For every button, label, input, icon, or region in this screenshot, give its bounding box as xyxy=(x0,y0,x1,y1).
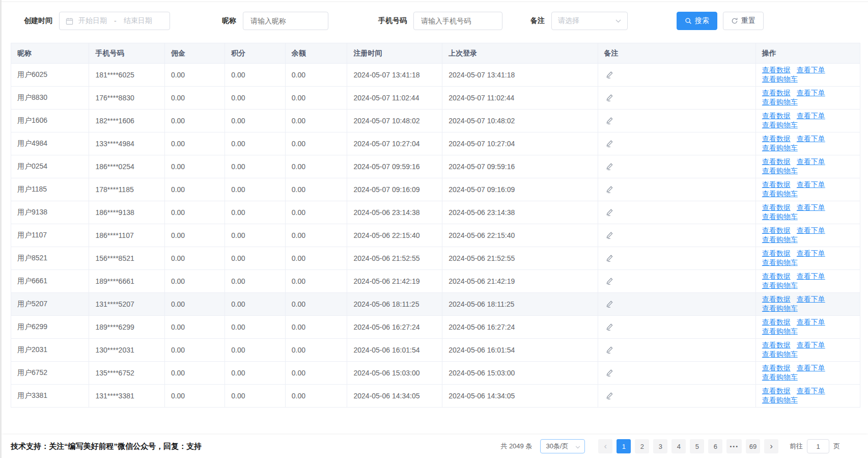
edit-remark-icon[interactable] xyxy=(604,70,614,80)
phone-cell: 186****9138 xyxy=(89,201,164,224)
action-link-view-orders[interactable]: 查看下单 xyxy=(797,341,825,349)
action-link-view-cart[interactable]: 查看购物车 xyxy=(762,281,798,289)
table-row: 用户3381131****33810.000.000.002024-05-06 … xyxy=(11,385,860,408)
edit-remark-icon[interactable] xyxy=(604,184,614,195)
action-link-view-data[interactable]: 查看数据 xyxy=(762,134,791,143)
action-link-view-cart[interactable]: 查看购物车 xyxy=(762,190,798,198)
action-link-view-orders[interactable]: 查看下单 xyxy=(797,249,825,257)
commission-cell: 0.00 xyxy=(164,247,225,270)
last-login-cell: 2024-05-07 10:48:02 xyxy=(442,110,598,132)
edit-remark-icon[interactable] xyxy=(604,230,614,240)
action-link-view-cart[interactable]: 查看购物车 xyxy=(762,212,798,221)
action-link-view-data[interactable]: 查看数据 xyxy=(762,387,791,395)
edit-remark-icon[interactable] xyxy=(604,322,614,332)
action-link-view-data[interactable]: 查看数据 xyxy=(762,89,791,97)
action-link-view-orders[interactable]: 查看下单 xyxy=(797,66,825,74)
page-button-69[interactable]: 69 xyxy=(746,439,760,453)
action-link-view-orders[interactable]: 查看下单 xyxy=(797,134,825,143)
action-link-view-orders[interactable]: 查看下单 xyxy=(797,318,825,326)
page-button-3[interactable]: 3 xyxy=(653,439,667,453)
action-link-view-data[interactable]: 查看数据 xyxy=(762,157,791,166)
last-login-cell: 2024-05-07 11:02:44 xyxy=(442,87,598,110)
last-login-cell: 2024-05-06 18:11:25 xyxy=(442,293,598,316)
action-link-view-cart[interactable]: 查看购物车 xyxy=(762,258,798,266)
action-link-view-orders[interactable]: 查看下单 xyxy=(797,89,825,97)
phone-cell: 182****1606 xyxy=(89,110,164,132)
date-range-input[interactable]: 开始日期 - 结束日期 xyxy=(59,12,170,30)
action-link-view-cart[interactable]: 查看购物车 xyxy=(762,121,798,129)
page-size-select[interactable]: 30条/页 xyxy=(540,439,585,453)
edit-remark-icon[interactable] xyxy=(604,93,614,103)
action-link-view-data[interactable]: 查看数据 xyxy=(762,364,791,372)
action-link-view-cart[interactable]: 查看购物车 xyxy=(762,235,798,244)
edit-remark-icon[interactable] xyxy=(604,161,614,172)
nickname-input[interactable] xyxy=(249,16,322,25)
action-link-view-orders[interactable]: 查看下单 xyxy=(797,272,825,280)
actions-cell: 查看数据查看下单查看购物车 xyxy=(755,270,860,293)
action-link-view-cart[interactable]: 查看购物车 xyxy=(762,373,798,381)
commission-cell: 0.00 xyxy=(164,110,225,132)
page-size-value: 30条/页 xyxy=(546,442,568,451)
remark-cell xyxy=(598,201,755,224)
action-link-view-cart[interactable]: 查看购物车 xyxy=(762,327,798,335)
action-link-view-data[interactable]: 查看数据 xyxy=(762,66,791,74)
goto-page-input[interactable] xyxy=(807,439,829,453)
action-link-view-cart[interactable]: 查看购物车 xyxy=(762,304,798,312)
action-link-view-data[interactable]: 查看数据 xyxy=(762,272,791,280)
action-link-view-orders[interactable]: 查看下单 xyxy=(797,112,825,120)
action-link-view-data[interactable]: 查看数据 xyxy=(762,318,791,326)
action-link-view-orders[interactable]: 查看下单 xyxy=(797,387,825,395)
pagination-more-button[interactable]: ••• xyxy=(726,439,742,453)
edit-remark-icon[interactable] xyxy=(604,368,614,378)
balance-cell: 0.00 xyxy=(285,224,347,247)
action-link-view-data[interactable]: 查看数据 xyxy=(762,180,791,188)
total-count: 共 2049 条 xyxy=(500,442,532,451)
user-table: 昵称手机号码佣金积分余额注册时间上次登录备注操作 用户6025181****60… xyxy=(11,43,860,408)
pagination-prev-button[interactable]: ‹ xyxy=(598,439,612,453)
page-button-2[interactable]: 2 xyxy=(635,439,649,453)
commission-cell: 0.00 xyxy=(164,64,225,87)
action-link-view-orders[interactable]: 查看下单 xyxy=(797,226,825,234)
action-link-view-data[interactable]: 查看数据 xyxy=(762,249,791,257)
action-link-view-cart[interactable]: 查看购物车 xyxy=(762,75,798,83)
edit-remark-icon[interactable] xyxy=(604,276,614,286)
action-link-view-cart[interactable]: 查看购物车 xyxy=(762,98,798,106)
action-link-view-orders[interactable]: 查看下单 xyxy=(797,203,825,211)
phone-input[interactable] xyxy=(420,16,496,25)
remark-cell xyxy=(598,110,755,132)
page-button-1[interactable]: 1 xyxy=(617,439,631,453)
commission-cell: 0.00 xyxy=(164,270,225,293)
action-link-view-data[interactable]: 查看数据 xyxy=(762,203,791,211)
edit-remark-icon[interactable] xyxy=(604,299,614,309)
edit-remark-icon[interactable] xyxy=(604,139,614,149)
action-link-view-cart[interactable]: 查看购物车 xyxy=(762,350,798,358)
page-button-4[interactable]: 4 xyxy=(671,439,686,453)
edit-remark-icon[interactable] xyxy=(604,116,614,126)
page-button-6[interactable]: 6 xyxy=(708,439,722,453)
action-link-view-cart[interactable]: 查看购物车 xyxy=(762,167,798,175)
register-time-cell: 2024-05-06 23:14:38 xyxy=(347,201,442,224)
table-row: 用户4984133****49840.000.000.002024-05-07 … xyxy=(11,132,860,155)
action-link-view-cart[interactable]: 查看购物车 xyxy=(762,396,798,404)
action-link-view-orders[interactable]: 查看下单 xyxy=(797,295,825,303)
phone-cell: 133****4984 xyxy=(89,132,164,155)
search-button[interactable]: 搜索 xyxy=(677,12,717,30)
action-link-view-data[interactable]: 查看数据 xyxy=(762,226,791,234)
page-button-5[interactable]: 5 xyxy=(690,439,704,453)
edit-remark-icon[interactable] xyxy=(604,345,614,355)
edit-remark-icon[interactable] xyxy=(604,253,614,263)
pagination-next-button[interactable]: › xyxy=(764,439,778,453)
edit-remark-icon[interactable] xyxy=(604,391,614,401)
reset-button[interactable]: 重置 xyxy=(723,12,764,30)
action-link-view-cart[interactable]: 查看购物车 xyxy=(762,144,798,152)
action-link-view-orders[interactable]: 查看下单 xyxy=(797,180,825,188)
action-link-view-orders[interactable]: 查看下单 xyxy=(797,157,825,166)
table-row: 用户6299189****62990.000.000.002024-05-06 … xyxy=(11,316,860,339)
remark-select[interactable]: 请选择 xyxy=(551,12,628,30)
action-link-view-orders[interactable]: 查看下单 xyxy=(797,364,825,372)
actions-cell: 查看数据查看下单查看购物车 xyxy=(755,385,860,408)
action-link-view-data[interactable]: 查看数据 xyxy=(762,341,791,349)
action-link-view-data[interactable]: 查看数据 xyxy=(762,295,791,303)
edit-remark-icon[interactable] xyxy=(604,207,614,218)
action-link-view-data[interactable]: 查看数据 xyxy=(762,112,791,120)
